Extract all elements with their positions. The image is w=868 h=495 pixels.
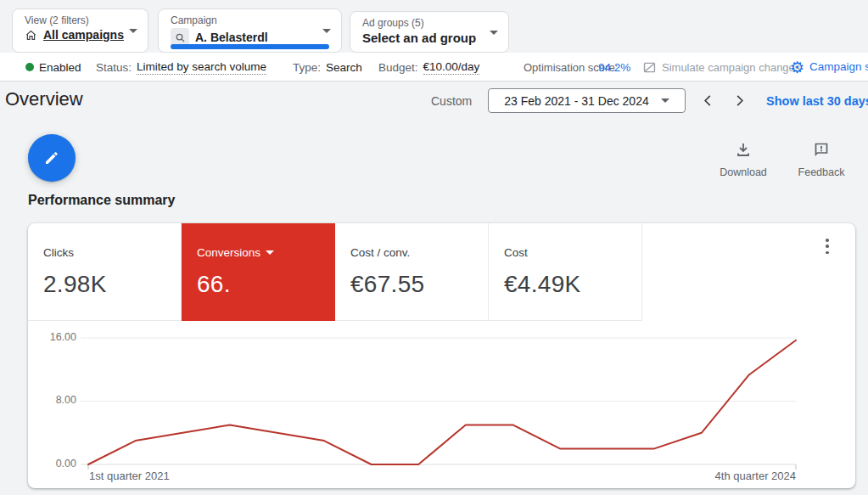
chevron-down-icon[interactable] [266,250,274,255]
status-field: Status: Limited by search volume [96,53,266,82]
optimisation-score: Optimisation score: 94.2% [524,53,630,82]
metric-label: Cost [504,246,641,259]
pencil-icon [42,149,61,167]
download-label: Download [716,166,770,178]
campaign-selected-indicator [171,44,329,49]
view-filter-label: View (2 filters) [25,14,122,26]
home-icon [25,29,37,42]
card-options-menu-icon[interactable] [820,237,835,256]
enabled-label: Enabled [39,61,81,74]
x-axis-label-start: 1st quarter 2021 [89,470,170,482]
status-value[interactable]: Limited by search volume [137,60,266,75]
conversions-chart[interactable]: 16.00 8.00 0.00 1st quarter 2021 4th qua… [28,325,855,488]
x-axis-label-end: 4th quarter 2024 [715,470,796,482]
metric-card-cost[interactable]: Cost €4.49K [489,223,642,321]
chevron-down-icon [129,29,137,33]
campaign-value: A. Belasterdl [195,31,268,44]
metric-label: Clicks [43,246,181,259]
metric-value: €67.55 [350,271,488,298]
chevron-down-icon [322,29,331,33]
enabled-status[interactable]: Enabled [25,53,81,82]
y-axis-tick: 0.00 [28,458,76,470]
campaign-settings-label: Campaign settings [809,60,868,74]
metric-label: Cost / conv. [350,246,488,259]
simulate-icon [642,60,657,75]
metric-cards-row: Clicks 2.98K Conversions 66. Cost / conv… [28,223,642,321]
budget-label: Budget: [378,61,418,74]
edit-button[interactable] [28,134,76,182]
enabled-dot-icon [25,63,34,71]
date-range-type: Custom [431,94,472,108]
feedback-icon [813,146,830,160]
type-label: Type: [293,61,321,74]
download-button[interactable]: Download [716,141,770,178]
performance-summary-card: Clicks 2.98K Conversions 66. Cost / conv… [28,223,855,488]
metric-label: Conversions [197,246,335,259]
status-label: Status: [96,61,132,74]
metric-card-cost-per-conv[interactable]: Cost / conv. €67.55 [335,223,489,321]
chart-canvas [28,325,855,488]
chevron-down-icon [490,31,498,35]
ad-groups-value: Select an ad group [362,31,476,45]
download-icon [735,146,752,160]
metric-value: 2.98K [43,271,181,298]
type-value: Search [326,61,362,74]
next-period-button[interactable] [730,90,750,110]
page-title: Overview [5,88,83,110]
show-last-30-days-link[interactable]: Show last 30 days [766,94,868,108]
conversions-line [88,340,796,464]
campaign-settings-button[interactable]: ⚙ Campaign settings [790,53,868,82]
budget-value[interactable]: €10.00/day [423,60,480,75]
optimisation-score-label: Optimisation score: [524,61,593,74]
simulate-changes-button[interactable]: Simulate campaign changes [642,53,768,82]
chevron-down-icon [661,98,669,103]
budget-field: Budget: €10.00/day [378,53,479,82]
performance-summary-title: Performance summary [28,193,175,208]
metric-value: 66. [197,271,335,298]
campaign-status-bar: Enabled Status: Limited by search volume… [0,53,868,82]
y-axis-tick: 8.00 [28,394,76,406]
feedback-button[interactable]: Feedback [794,141,848,178]
metric-card-clicks[interactable]: Clicks 2.98K [28,223,182,321]
optimisation-score-value[interactable]: 94.2% [598,61,630,74]
y-axis-tick: 16.00 [28,331,76,343]
campaign-label: Campaign [171,14,316,26]
campaign-dropdown[interactable]: Campaign A. Belasterdl [158,8,342,53]
previous-period-button[interactable] [697,90,718,110]
simulate-label: Simulate campaign changes [662,61,768,74]
view-filter-value: All campaigns [43,28,124,42]
date-range-picker[interactable]: 23 Feb 2021 - 31 Dec 2024 [488,88,686,113]
metric-value: €4.49K [504,271,641,298]
gear-icon: ⚙ [790,58,804,77]
feedback-label: Feedback [794,166,848,178]
metric-card-conversions[interactable]: Conversions 66. [182,223,335,321]
view-filter-dropdown[interactable]: View (2 filters) All campaigns [12,8,148,53]
ad-group-dropdown[interactable]: Ad groups (5) Select an ad group [350,11,509,53]
date-range-value: 23 Feb 2021 - 31 Dec 2024 [504,94,648,108]
type-field: Type: Search [293,53,362,82]
ad-groups-label: Ad groups (5) [362,17,483,29]
